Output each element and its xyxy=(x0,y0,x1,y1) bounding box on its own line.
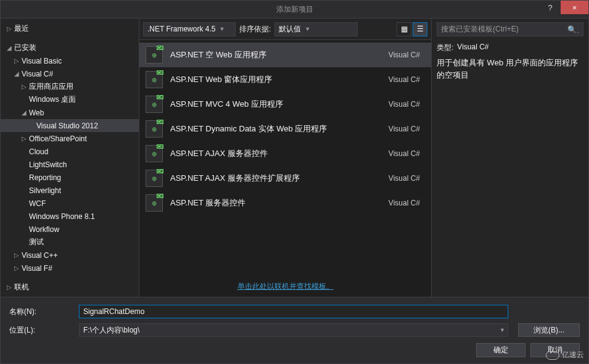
csharp-project-icon: C#⊕ xyxy=(146,170,163,187)
sidebar-item[interactable]: ◢Web xyxy=(1,106,139,119)
chevron-down-icon: ▼ xyxy=(305,26,310,32)
type-label: 类型: xyxy=(437,43,453,53)
online-templates-link[interactable]: 单击此处以联机并查找模板。 xyxy=(237,282,334,291)
sidebar-item-label: Visual C++ xyxy=(22,251,57,260)
watermark: 亿速云 xyxy=(546,350,584,360)
template-language: Visual C# xyxy=(389,125,425,133)
sort-label: 排序依据: xyxy=(239,24,271,35)
template-language: Visual C# xyxy=(389,51,425,59)
sidebar-item[interactable]: ▷Visual Basic xyxy=(1,54,139,67)
sidebar-item[interactable]: Workflow xyxy=(1,223,139,236)
bottom-form: 名称(N): 位置(L): ▼ 浏览(B)... 确定 取消 xyxy=(0,297,589,364)
chevron-down-icon: ▼ xyxy=(219,26,224,32)
main-area: ▷最近 ◢已安装 ▷Visual Basic◢Visual C#▷应用商店应用W… xyxy=(0,19,589,297)
template-name: ASP.NET 服务器控件 xyxy=(170,197,381,209)
sidebar-item-label: Office/SharePoint xyxy=(29,134,87,143)
sidebar-item-label: Visual C# xyxy=(22,70,53,78)
template-name: ASP.NET MVC 4 Web 应用程序 xyxy=(170,99,381,110)
sidebar-item-label: LightSwitch xyxy=(29,160,67,169)
sidebar-item-label: Windows Phone 8.1 xyxy=(29,212,95,221)
sidebar-item-label: Reporting xyxy=(29,173,61,182)
csharp-project-icon: C#⊕ xyxy=(146,145,163,162)
csharp-project-icon: C#⊕ xyxy=(146,194,163,212)
template-row[interactable]: C#⊕ASP.NET Web 窗体应用程序Visual C# xyxy=(139,67,431,92)
sidebar-item[interactable]: ◢Visual C# xyxy=(1,67,139,80)
sidebar-item[interactable]: Windows Phone 8.1 xyxy=(1,210,139,223)
sidebar-item[interactable]: ▷Office/SharePoint xyxy=(1,132,139,145)
template-row[interactable]: C#⊕ASP.NET 服务器控件Visual C# xyxy=(139,191,431,215)
browse-button[interactable]: 浏览(B)... xyxy=(518,323,580,337)
sidebar-installed[interactable]: ◢已安装 xyxy=(1,41,139,54)
template-name: ASP.NET Dynamic Data 实体 Web 应用程序 xyxy=(170,123,381,134)
template-language: Visual C# xyxy=(389,199,425,207)
category-sidebar: ▷最近 ◢已安装 ▷Visual Basic◢Visual C#▷应用商店应用W… xyxy=(1,19,139,297)
name-input[interactable] xyxy=(79,305,508,318)
search-icon: 🔍˯ xyxy=(567,25,579,34)
location-input[interactable] xyxy=(79,323,497,337)
sidebar-item[interactable]: ▷Visual C++ xyxy=(1,249,139,262)
template-language: Visual C# xyxy=(389,174,425,183)
sidebar-item-label: Silverlight xyxy=(29,186,61,195)
toolbar: .NET Framework 4.5▼ 排序依据: 默认值▼ ▦ ☰ xyxy=(139,19,431,40)
sidebar-item-label: Visual F# xyxy=(22,264,52,273)
csharp-project-icon: C#⊕ xyxy=(146,46,163,64)
template-language: Visual C# xyxy=(389,75,425,84)
template-name: ASP.NET AJAX 服务器控件扩展程序 xyxy=(170,173,381,184)
sidebar-item[interactable]: 测试 xyxy=(1,236,139,249)
sidebar-item-label: Visual Studio 2012 xyxy=(36,122,98,130)
titlebar: 添加新项目 ? × xyxy=(0,0,589,19)
sidebar-item-label: WCF xyxy=(29,199,46,208)
template-row[interactable]: C#⊕ASP.NET AJAX 服务器控件Visual C# xyxy=(139,141,431,166)
type-value: Visual C# xyxy=(457,43,488,53)
template-description: 用于创建具有 Web 用户界面的应用程序的空项目 xyxy=(437,57,583,81)
template-row[interactable]: C#⊕ASP.NET 空 Web 应用程序Visual C# xyxy=(139,43,431,67)
csharp-project-icon: C#⊕ xyxy=(146,71,163,88)
sidebar-item[interactable]: WCF xyxy=(1,197,139,210)
view-medium-icons-button[interactable]: ▦ xyxy=(397,22,411,36)
sidebar-item[interactable]: ▷应用商店应用 xyxy=(1,80,139,93)
description-panel: 搜索已安装模板(Ctrl+E) 🔍˯ 类型: Visual C# 用于创建具有 … xyxy=(431,19,588,297)
template-language: Visual C# xyxy=(389,149,425,158)
template-row[interactable]: C#⊕ASP.NET AJAX 服务器控件扩展程序Visual C# xyxy=(139,166,431,191)
sidebar-item-label: Cloud xyxy=(29,147,48,156)
help-button[interactable]: ? xyxy=(540,1,561,14)
sidebar-item-label: 应用商店应用 xyxy=(29,81,73,92)
window-title: 添加新项目 xyxy=(276,4,313,15)
template-name: ASP.NET 空 Web 应用程序 xyxy=(170,49,381,60)
sidebar-item[interactable]: Visual Studio 2012 xyxy=(1,119,139,132)
sidebar-item-label: Windows 桌面 xyxy=(29,94,76,105)
template-language: Visual C# xyxy=(389,100,425,109)
sidebar-item-label: 测试 xyxy=(29,237,44,247)
framework-dropdown[interactable]: .NET Framework 4.5▼ xyxy=(143,22,236,36)
location-dropdown-arrow[interactable]: ▼ xyxy=(497,323,508,337)
template-row[interactable]: C#⊕ASP.NET MVC 4 Web 应用程序Visual C# xyxy=(139,92,431,117)
sidebar-item-label: Workflow xyxy=(29,225,59,234)
sidebar-item[interactable]: LightSwitch xyxy=(1,158,139,171)
sidebar-online[interactable]: ▷联机 xyxy=(1,281,139,294)
sidebar-item[interactable]: Cloud xyxy=(1,145,139,158)
sidebar-item-label: Visual Basic xyxy=(22,57,62,65)
name-label: 名称(N): xyxy=(9,307,74,317)
sidebar-recent[interactable]: ▷最近 xyxy=(1,22,139,35)
template-row[interactable]: C#⊕ASP.NET Dynamic Data 实体 Web 应用程序Visua… xyxy=(139,117,431,141)
cloud-icon xyxy=(546,351,559,360)
sidebar-item[interactable]: Windows 桌面 xyxy=(1,93,139,106)
sidebar-item[interactable]: Reporting xyxy=(1,171,139,184)
template-name: ASP.NET Web 窗体应用程序 xyxy=(170,74,381,85)
csharp-project-icon: C#⊕ xyxy=(146,120,163,138)
sidebar-item-label: Web xyxy=(29,109,44,117)
csharp-project-icon: C#⊕ xyxy=(146,96,163,113)
view-list-button[interactable]: ☰ xyxy=(413,22,427,36)
sort-dropdown[interactable]: 默认值▼ xyxy=(274,22,358,36)
close-button[interactable]: × xyxy=(561,1,588,14)
online-templates-link-row: 单击此处以联机并查找模板。 xyxy=(139,276,431,297)
template-list: C#⊕ASP.NET 空 Web 应用程序Visual C#C#⊕ASP.NET… xyxy=(139,40,431,276)
center-panel: .NET Framework 4.5▼ 排序依据: 默认值▼ ▦ ☰ C#⊕AS… xyxy=(139,19,431,297)
template-name: ASP.NET AJAX 服务器控件 xyxy=(170,148,381,159)
ok-button[interactable]: 确定 xyxy=(476,343,525,357)
sidebar-item[interactable]: ▷Visual F# xyxy=(1,262,139,275)
sidebar-item[interactable]: Silverlight xyxy=(1,184,139,197)
search-input[interactable]: 搜索已安装模板(Ctrl+E) 🔍˯ xyxy=(437,22,583,36)
location-label: 位置(L): xyxy=(9,325,74,336)
